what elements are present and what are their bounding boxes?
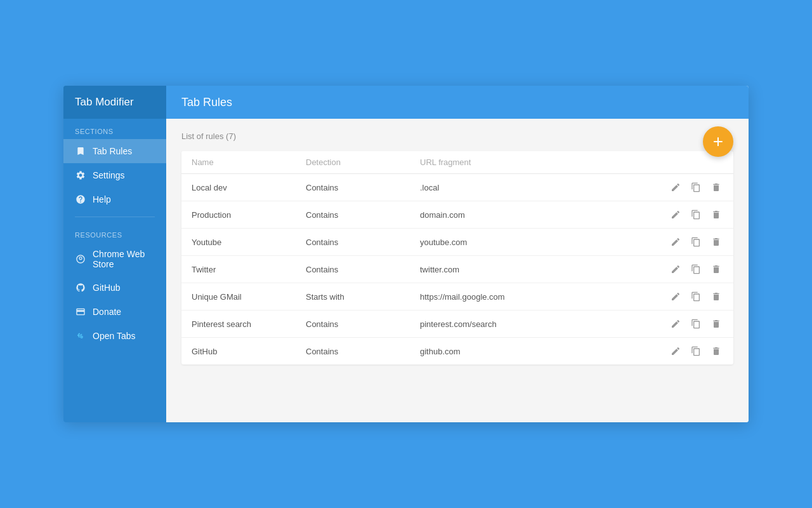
- duplicate-button[interactable]: [689, 317, 703, 331]
- cell-detection: Starts with: [306, 292, 420, 302]
- cell-detection: Contains: [306, 347, 420, 356]
- cell-url: domain.com: [420, 210, 647, 220]
- delete-button[interactable]: [709, 235, 723, 249]
- duplicate-button[interactable]: [689, 235, 703, 249]
- cell-url: twitter.com: [420, 265, 647, 274]
- sidebar-item-settings[interactable]: Settings: [63, 163, 166, 187]
- sidebar-item-github[interactable]: GitHub: [63, 276, 166, 300]
- cell-name: Pinterest search: [192, 319, 306, 329]
- cell-name: Twitter: [192, 265, 306, 274]
- col-detection: Detection: [306, 157, 420, 167]
- resources-label: Resources: [63, 222, 166, 243]
- duplicate-button[interactable]: [689, 344, 703, 358]
- sidebar-item-tab-rules[interactable]: Tab Rules: [63, 139, 166, 163]
- delete-button[interactable]: [709, 180, 723, 194]
- cell-name: Youtube: [192, 237, 306, 247]
- delete-button[interactable]: [709, 208, 723, 222]
- cell-name: Production: [192, 210, 306, 220]
- gear-icon: [75, 170, 86, 181]
- add-rule-button[interactable]: +: [703, 126, 733, 157]
- sidebar-item-label: Chrome Web Store: [93, 249, 155, 269]
- row-actions: [647, 235, 723, 249]
- table-row: Local dev Contains .local: [181, 174, 733, 201]
- cell-detection: Contains: [306, 237, 420, 247]
- table-row: Youtube Contains youtube.com: [181, 229, 733, 256]
- sidebar-item-label: Help: [93, 194, 111, 204]
- duplicate-button[interactable]: [689, 208, 703, 222]
- edit-button[interactable]: [669, 290, 683, 304]
- edit-button[interactable]: [669, 235, 683, 249]
- sidebar-item-donate[interactable]: Donate: [63, 300, 166, 324]
- sections-label: Sections: [63, 119, 166, 139]
- edit-button[interactable]: [669, 344, 683, 358]
- table-header: Name Detection URL fragment: [181, 151, 733, 174]
- edit-button[interactable]: [669, 208, 683, 222]
- help-icon: [75, 194, 86, 205]
- delete-button[interactable]: [709, 344, 723, 358]
- sidebar-item-label: Tab Rules: [93, 146, 132, 156]
- row-actions: [647, 290, 723, 304]
- sidebar-item-label: Open Tabs: [93, 331, 135, 341]
- cell-detection: Contains: [306, 210, 420, 220]
- app-title: Tab Modifier: [63, 86, 166, 119]
- sidebar-item-label: Settings: [93, 170, 125, 180]
- chrome-icon: [75, 253, 86, 265]
- duplicate-button[interactable]: [689, 262, 703, 276]
- delete-button[interactable]: [709, 262, 723, 276]
- sidebar-item-open-tabs[interactable]: Open Tabs: [63, 324, 166, 348]
- cell-detection: Contains: [306, 183, 420, 192]
- col-actions: [647, 157, 723, 167]
- edit-button[interactable]: [669, 317, 683, 331]
- cell-url: https://mail.google.com: [420, 292, 647, 302]
- edit-button[interactable]: [669, 262, 683, 276]
- sidebar-divider: [75, 217, 155, 217]
- main-header: Tab Rules: [166, 86, 749, 119]
- row-actions: [647, 262, 723, 276]
- table-row: Production Contains domain.com: [181, 201, 733, 229]
- cell-name: Local dev: [192, 183, 306, 192]
- col-url: URL fragment: [420, 157, 647, 167]
- delete-button[interactable]: [709, 317, 723, 331]
- cell-url: youtube.com: [420, 237, 647, 247]
- bookmark-icon: [75, 145, 86, 157]
- cell-name: Unique GMail: [192, 292, 306, 302]
- cell-detection: Contains: [306, 319, 420, 329]
- sidebar-item-chrome-web-store[interactable]: Chrome Web Store: [63, 243, 166, 276]
- list-label: List of rules (7): [181, 131, 733, 141]
- cell-url: pinterest.com/search: [420, 319, 647, 329]
- main-body: List of rules (7) + Name Detection URL f…: [166, 119, 749, 422]
- table-row: Pinterest search Contains pinterest.com/…: [181, 311, 733, 338]
- card-icon: [75, 306, 86, 318]
- cell-detection: Contains: [306, 265, 420, 274]
- sidebar-item-label: Donate: [93, 307, 121, 317]
- sidebar-item-help[interactable]: Help: [63, 187, 166, 211]
- table-row: GitHub Contains github.com: [181, 338, 733, 364]
- row-actions: [647, 208, 723, 222]
- table-row: Twitter Contains twitter.com: [181, 256, 733, 283]
- duplicate-button[interactable]: [689, 290, 703, 304]
- delete-button[interactable]: [709, 290, 723, 304]
- row-actions: [647, 344, 723, 358]
- cell-url: .local: [420, 183, 647, 192]
- duplicate-button[interactable]: [689, 180, 703, 194]
- col-name: Name: [192, 157, 306, 167]
- table-row: Unique GMail Starts with https://mail.go…: [181, 283, 733, 311]
- sidebar: Tab Modifier Sections Tab Rules Settings: [63, 86, 166, 422]
- cmd-icon: [75, 330, 86, 342]
- cell-name: GitHub: [192, 347, 306, 356]
- rules-table: Name Detection URL fragment Local dev Co…: [181, 151, 733, 364]
- cell-url: github.com: [420, 347, 647, 356]
- github-icon: [75, 282, 86, 293]
- row-actions: [647, 317, 723, 331]
- main-content: Tab Rules List of rules (7) + Name Detec…: [166, 86, 749, 422]
- page-title: Tab Rules: [181, 96, 232, 109]
- sidebar-item-label: GitHub: [93, 283, 121, 293]
- edit-button[interactable]: [669, 180, 683, 194]
- row-actions: [647, 180, 723, 194]
- app-container: Tab Modifier Sections Tab Rules Settings: [63, 86, 749, 422]
